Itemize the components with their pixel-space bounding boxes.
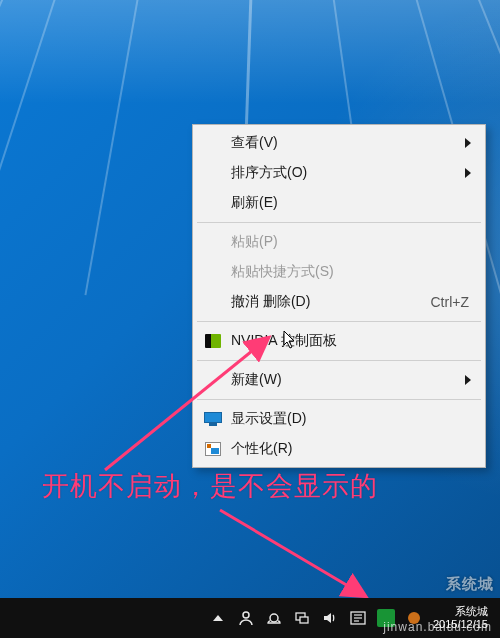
- menu-item-label: 显示设置(D): [231, 410, 469, 428]
- menu-item-paste-shortcut: 粘贴快捷方式(S): [195, 257, 483, 287]
- menu-item-personalize[interactable]: 个性化(R): [195, 434, 483, 464]
- menu-item-display-settings[interactable]: 显示设置(D): [195, 404, 483, 434]
- menu-item-refresh[interactable]: 刷新(E): [195, 188, 483, 218]
- svg-point-2: [243, 612, 249, 618]
- menu-separator: [197, 222, 481, 223]
- menu-item-label: NVIDIA 控制面板: [231, 332, 469, 350]
- personalize-icon: [204, 440, 222, 458]
- tray-people-icon[interactable]: [237, 609, 255, 627]
- menu-item-sort[interactable]: 排序方式(O): [195, 158, 483, 188]
- chevron-right-icon: [465, 375, 471, 385]
- watermark-text: 系统城: [446, 575, 494, 594]
- menu-item-label: 刷新(E): [231, 194, 469, 212]
- menu-item-label: 粘贴(P): [231, 233, 469, 251]
- clock-line-1: 系统城: [433, 605, 488, 618]
- menu-item-label: 排序方式(O): [231, 164, 469, 182]
- menu-separator: [197, 321, 481, 322]
- menu-item-label: 新建(W): [231, 371, 469, 389]
- annotation-text: 开机不启动，是不会显示的: [42, 468, 378, 504]
- desktop-wallpaper[interactable]: 查看(V) 排序方式(O) 刷新(E) 粘贴(P) 粘贴快捷方式(S) 撤消 删…: [0, 0, 500, 638]
- chevron-right-icon: [465, 168, 471, 178]
- tray-overflow-icon[interactable]: [209, 609, 227, 627]
- tray-weather-icon[interactable]: [265, 609, 283, 627]
- svg-rect-5: [300, 617, 308, 623]
- menu-item-label: 个性化(R): [231, 440, 469, 458]
- nvidia-icon: [204, 332, 222, 350]
- menu-item-label: 查看(V): [231, 134, 469, 152]
- svg-line-1: [220, 510, 365, 596]
- chevron-right-icon: [465, 138, 471, 148]
- tray-network-icon[interactable]: [293, 609, 311, 627]
- menu-item-shortcut: Ctrl+Z: [431, 294, 470, 310]
- menu-item-undo-delete[interactable]: 撤消 删除(D) Ctrl+Z: [195, 287, 483, 317]
- tray-ime-icon[interactable]: [349, 609, 367, 627]
- display-icon: [204, 410, 222, 428]
- menu-item-label: 撤消 删除(D): [231, 293, 411, 311]
- menu-item-nvidia-control-panel[interactable]: NVIDIA 控制面板: [195, 326, 483, 356]
- menu-separator: [197, 399, 481, 400]
- svg-point-3: [270, 614, 278, 622]
- menu-item-label: 粘贴快捷方式(S): [231, 263, 469, 281]
- menu-separator: [197, 360, 481, 361]
- tray-volume-icon[interactable]: [321, 609, 339, 627]
- menu-item-view[interactable]: 查看(V): [195, 128, 483, 158]
- source-watermark: jinwan.baidu.com: [383, 620, 492, 634]
- light-ray: [84, 0, 142, 295]
- menu-item-new[interactable]: 新建(W): [195, 365, 483, 395]
- menu-item-paste: 粘贴(P): [195, 227, 483, 257]
- desktop-context-menu: 查看(V) 排序方式(O) 刷新(E) 粘贴(P) 粘贴快捷方式(S) 撤消 删…: [192, 124, 486, 468]
- light-ray: [0, 0, 62, 304]
